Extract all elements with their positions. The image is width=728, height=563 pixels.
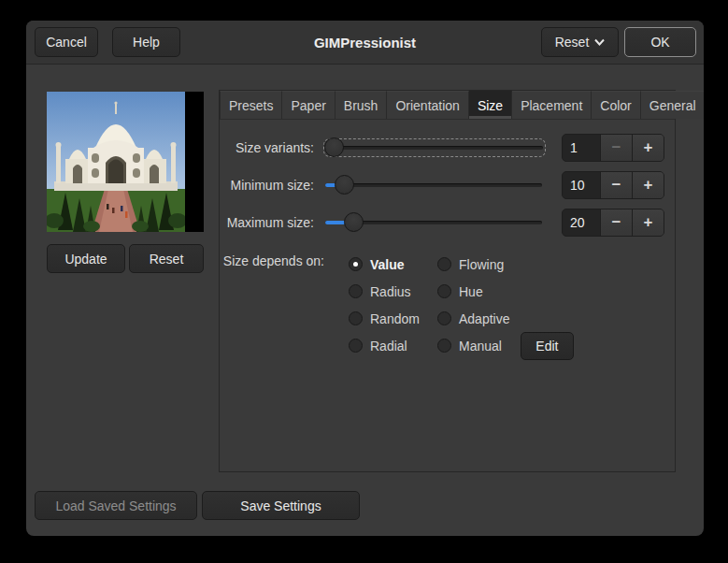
minimum-size-label: Minimum size:: [220, 166, 314, 204]
minimum-size-row: Minimum size: 10 − +: [220, 166, 675, 204]
update-button[interactable]: Update: [47, 244, 125, 273]
tab-bar: Presets Paper Brush Orientation Size Pla…: [220, 91, 675, 120]
radio-hue[interactable]: Hue: [437, 278, 657, 305]
slider-track: [326, 146, 543, 150]
radio-icon: [437, 339, 451, 353]
help-button[interactable]: Help: [112, 27, 180, 57]
help-button-label: Help: [133, 35, 160, 50]
radio-radius-label: Radius: [370, 284, 411, 299]
radio-hue-label: Hue: [459, 284, 483, 299]
maximum-size-spinbox: 20 − +: [562, 209, 664, 237]
radio-value-label: Value: [370, 257, 405, 272]
size-variants-row: Size variants: 1 − +: [220, 129, 675, 166]
size-variants-value[interactable]: 1: [563, 135, 600, 161]
maximum-size-row: Maximum size: 20 − +: [220, 204, 675, 241]
edit-button[interactable]: Edit: [521, 332, 574, 360]
radio-adaptive-label: Adaptive: [459, 311, 509, 326]
maximum-size-label: Maximum size:: [220, 204, 314, 241]
radio-manual-label: Manual: [459, 339, 502, 354]
radio-value[interactable]: Value: [349, 251, 437, 278]
ok-button[interactable]: OK: [624, 27, 696, 57]
radio-random[interactable]: Random: [349, 305, 437, 332]
cancel-button[interactable]: Cancel: [35, 27, 98, 57]
radio-icon: [437, 311, 451, 325]
minimum-size-spinbox: 10 − +: [562, 171, 664, 199]
minus-icon[interactable]: −: [600, 172, 632, 198]
tab-general[interactable]: General: [641, 91, 704, 119]
radio-radius[interactable]: Radius: [349, 278, 437, 305]
size-variants-label: Size variants:: [220, 129, 314, 166]
plus-icon[interactable]: +: [632, 135, 664, 161]
load-saved-settings-label: Load Saved Settings: [55, 498, 176, 513]
reset-dropdown-label: Reset: [555, 35, 590, 50]
chevron-down-icon: [594, 38, 605, 46]
slider-track: [325, 183, 542, 187]
preview-reset-button[interactable]: Reset: [129, 244, 204, 273]
cancel-button-label: Cancel: [46, 35, 87, 50]
plus-icon[interactable]: +: [632, 172, 664, 198]
tab-presets[interactable]: Presets: [220, 91, 282, 119]
tab-orientation[interactable]: Orientation: [387, 91, 468, 119]
settings-notebook: Presets Paper Brush Orientation Size Pla…: [219, 90, 676, 472]
minimum-size-slider[interactable]: [323, 180, 544, 191]
edit-button-label: Edit: [535, 339, 558, 354]
radio-random-label: Random: [370, 311, 420, 326]
radio-icon: [349, 339, 363, 353]
reset-dropdown-button[interactable]: Reset: [541, 27, 619, 57]
ok-button-label: OK: [650, 35, 669, 50]
save-settings-button[interactable]: Save Settings: [202, 491, 360, 520]
tab-color[interactable]: Color: [592, 91, 640, 119]
save-settings-label: Save Settings: [240, 498, 321, 513]
size-variants-slider[interactable]: [323, 138, 546, 157]
maximum-size-slider[interactable]: [323, 217, 544, 228]
size-variants-spinbox: 1 − +: [562, 134, 664, 162]
tab-paper[interactable]: Paper: [282, 91, 335, 119]
update-button-label: Update: [64, 252, 107, 267]
slider-fill: [325, 221, 346, 224]
radio-icon: [437, 284, 451, 298]
radio-adaptive[interactable]: Adaptive: [437, 305, 657, 332]
tab-size[interactable]: Size: [469, 91, 512, 119]
radio-icon: [437, 257, 451, 271]
size-depends-on-options: Value Flowing Radius Hue Random Adaptive: [349, 251, 657, 359]
size-depends-on-label: Size depends on:: [220, 251, 324, 271]
plus-icon[interactable]: +: [632, 209, 664, 236]
slider-knob[interactable]: [335, 175, 354, 195]
load-saved-settings-button[interactable]: Load Saved Settings: [35, 491, 197, 520]
minus-icon[interactable]: −: [600, 135, 632, 161]
slider-knob[interactable]: [344, 212, 364, 232]
minimum-size-value[interactable]: 10: [563, 172, 600, 198]
radio-icon: [349, 257, 363, 271]
tab-placement[interactable]: Placement: [512, 91, 592, 119]
radio-radial[interactable]: Radial: [349, 332, 437, 359]
radio-icon: [349, 311, 363, 325]
slider-knob[interactable]: [324, 137, 344, 157]
radio-flowing[interactable]: Flowing: [437, 251, 657, 278]
tab-brush[interactable]: Brush: [335, 91, 388, 119]
radio-icon: [349, 284, 363, 298]
taj-mahal-preview-image: [47, 92, 185, 232]
preview-image: [47, 92, 204, 232]
maximum-size-value[interactable]: 20: [563, 209, 600, 236]
preview-reset-button-label: Reset: [150, 252, 184, 267]
radio-radial-label: Radial: [370, 339, 407, 354]
header-bar: GIMPressionist Cancel Help Reset OK: [26, 21, 704, 65]
radio-manual[interactable]: Manual Edit: [437, 332, 657, 359]
radio-flowing-label: Flowing: [459, 257, 504, 272]
minus-icon[interactable]: −: [600, 209, 632, 236]
gimpressionist-dialog: GIMPressionist Cancel Help Reset OK: [26, 21, 704, 536]
